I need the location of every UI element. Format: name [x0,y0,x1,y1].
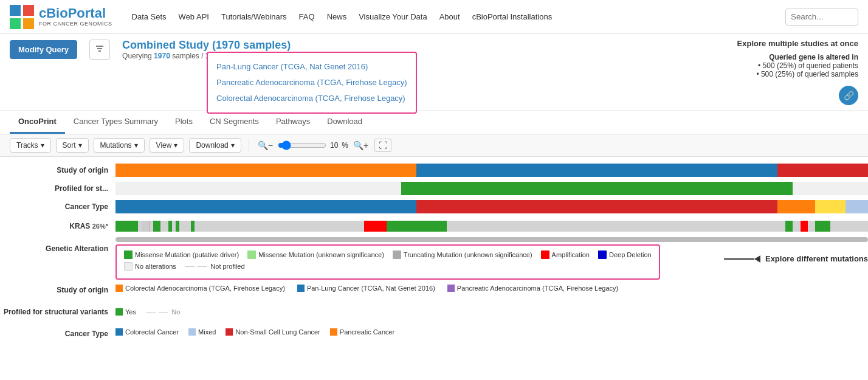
sv-yes-label: Yes [125,308,136,316]
track-bar-study-origin [115,164,868,177]
toolbar: Tracks ▾ Sort ▾ Mutations ▾ View ▾ Downl… [0,134,868,157]
explore-mutations-label: Explore different mutations [765,254,868,263]
nav-tutorials[interactable]: Tutorials/Webinars [221,12,287,21]
legend-label-no-alt: No alterations [135,263,176,270]
legend-label-amplification: Amplification [552,251,590,258]
samples-count: 1970 [154,52,170,60]
kras-seg-6 [191,221,195,232]
queried-gene-label: Queried gene is altered in [756,53,858,61]
nav-links: Data Sets Web API Tutorials/Webinars FAQ… [132,12,785,21]
filter-button[interactable] [89,40,110,60]
sv-no-dash: — — [146,306,168,317]
zoom-control: 🔍− 10 % 🔍+ [257,140,370,150]
bar-ct-yellow [815,200,846,213]
tracks-label: Tracks [16,141,38,150]
legend-label-deep-deletion: Deep Deletion [609,251,652,258]
label-pancreatic: Pancreatic Adenocarcinoma (TCGA, Firehos… [457,285,618,292]
fit-screen-button[interactable]: ⛶ [374,139,391,152]
tab-download[interactable]: Download [319,111,371,134]
legend-label-not-profiled: Not profiled [210,263,244,270]
download-label: Download [196,141,228,150]
study-link-3[interactable]: Colorectal Adenocarcinoma (TCGA, Firehos… [216,91,407,106]
nav-installations[interactable]: cBioPortal Installations [472,12,553,21]
bar-not-profiled [115,182,401,195]
legend-label-missense-unknown: Missense Mutation (unknown significance) [258,251,384,258]
nav-about[interactable]: About [439,12,460,21]
zoom-value: 10 [330,141,338,150]
legend-missense-driver: Missense Mutation (putative driver) [124,250,239,259]
explore-mutations-annotation: Explore different mutations [724,254,868,263]
legend-no-alterations: No alterations [124,262,176,271]
svg-rect-2 [10,18,21,29]
scrollbar-thumb[interactable] [115,237,868,242]
nav-bar: cBioPortal FOR CANCER GENOMICS Data Sets… [0,0,868,34]
sort-button[interactable]: Sort ▾ [56,138,89,153]
svg-rect-3 [23,18,34,29]
track-label-profiled: Profiled for st... [0,184,115,193]
mutations-button[interactable]: Mutations ▾ [94,138,145,153]
logo-icon [10,5,34,29]
legend-label-truncating: Truncating Mutation (unknown significanc… [404,251,532,258]
main-tabs: OncoPrint Cancer Types Summary Plots CN … [0,111,868,134]
bar-ct-light [846,200,868,213]
share-button[interactable]: 🔗 [839,86,858,105]
tab-cancer-types[interactable]: Cancer Types Summary [65,111,167,134]
legend-row-2: No alterations — — Not profiled [124,261,652,271]
sv-yes: Yes [115,308,136,316]
search-input[interactable] [785,9,858,26]
view-chevron: ▾ [174,141,177,150]
ct-label-colorectal: Colorectal Cancer [125,328,179,336]
bar-ct-red [416,200,777,213]
track-profiled-sv: Profiled for st... [0,180,868,197]
legend-not-profiled: — — Not profiled [185,261,245,271]
sv-legend: Yes — — No [115,306,868,317]
study-link-1[interactable]: Pan-Lung Cancer (TCGA, Nat Genet 2016) [216,59,407,75]
tab-pathways[interactable]: Pathways [267,111,319,134]
logo-text: cBioPortal FOR CANCER GENOMICS [39,6,112,27]
legend-swatch-lightgreen [247,250,256,259]
bar-ct-orange [777,200,815,213]
modify-query-button[interactable]: Modify Query [10,40,77,59]
study-link-2[interactable]: Pancreatic Adenocarcinoma (TCGA, Firehos… [216,75,407,91]
sv-yes-swatch [115,308,123,316]
download-button[interactable]: Download ▾ [189,138,241,153]
zoom-in-button[interactable]: 🔍+ [352,140,370,150]
legend-label-missense-driver: Missense Mutation (putative driver) [135,251,239,258]
tab-cn-segments[interactable]: CN Segments [201,111,267,134]
nav-news[interactable]: News [327,12,347,21]
tab-plots[interactable]: Plots [167,111,201,134]
tab-oncoprint[interactable]: OncoPrint [10,111,65,134]
explore-callout-label: Explore multiple studies at once [737,39,858,48]
kras-seg-end2 [815,221,830,232]
tracks-button[interactable]: Tracks ▾ [10,138,51,153]
queried-gene-info: Queried gene is altered in • 500 (25%) o… [756,53,858,78]
nav-datasets[interactable]: Data Sets [132,12,167,21]
legend-swatch-noalt [124,262,133,271]
label-lung: Pan-Lung Cancer (TCGA, Nat Genet 2016) [307,285,435,292]
ct-label-mixed: Mixed [198,328,216,336]
ct-mixed: Mixed [188,328,216,336]
legend-lung: Pan-Lung Cancer (TCGA, Nat Genet 2016) [297,285,435,292]
nav-faq[interactable]: FAQ [299,12,315,21]
track-label-cancer-type: Cancer Type [0,202,115,211]
swatch-colorectal [115,285,123,292]
bar-colorectal [115,164,416,177]
zoom-slider[interactable] [278,140,326,150]
legend-missense-unknown: Missense Mutation (unknown significance) [247,250,384,259]
zoom-out-button[interactable]: 🔍− [257,140,274,150]
view-button[interactable]: View ▾ [150,138,185,153]
kras-bar [115,221,868,232]
info-structural-variants: Profiled for structural variants Yes — —… [0,306,868,323]
page-header: Modify Query Combined Study (1970 sample… [0,34,868,111]
scrollbar-track[interactable] [115,237,868,242]
kras-gene-name: KRAS [69,222,90,230]
study-origin-legend: Colorectal Adenocarcinoma (TCGA, Firehos… [115,285,868,292]
mutations-chevron: ▾ [134,141,138,150]
swatch-pancreatic [447,285,455,292]
nav-visualize[interactable]: Visualize Your Data [359,12,427,21]
ct-label-nsclc: Non-Small Cell Lung Cancer [235,328,320,336]
kras-seg-end1 [785,221,793,232]
nav-webapi[interactable]: Web API [179,12,209,21]
sort-chevron: ▾ [78,141,82,150]
bar-lung [416,164,777,177]
